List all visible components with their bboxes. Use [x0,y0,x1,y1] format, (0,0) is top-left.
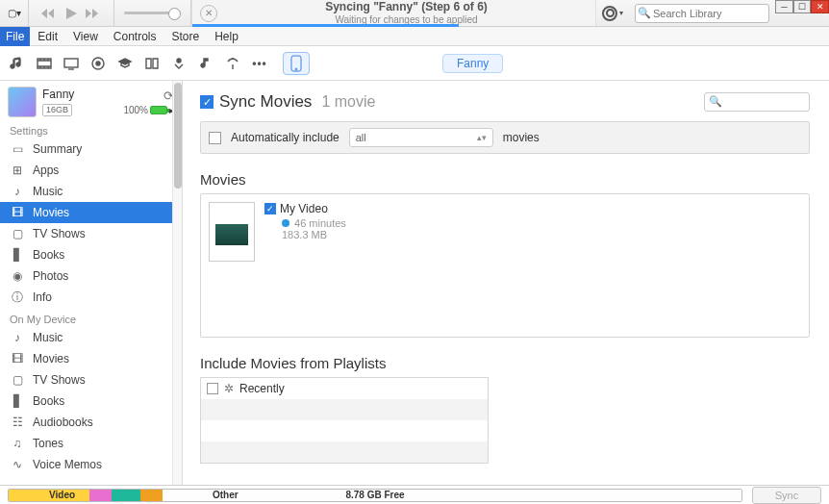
usage-apps-segment [112,490,140,501]
apps-tab-icon[interactable] [169,54,188,73]
sync-movies-count: 1 movie [321,93,375,111]
apps-icon: ⊞ [10,163,25,178]
voicememos-icon: ∿ [10,457,25,472]
sidebar-device-tvshows[interactable]: ▢TV Shows [0,369,182,391]
tv-icon: ▢ [10,226,25,241]
sidebar: Fanny 16GB ⟳ 100%▸ Settings ▭Summary ⊞Ap… [0,81,183,485]
auto-include-select[interactable]: all▴▾ [349,128,493,147]
sidebar-item-photos[interactable]: ◉Photos [0,265,182,287]
window-minimize-button[interactable]: ─ [775,0,793,13]
menu-file[interactable]: File [0,27,30,46]
books-icon: ▋ [10,247,25,263]
tones-tab-icon[interactable] [196,54,215,73]
movie-item[interactable]: My Video 46 minutes 183.3 MB [209,202,801,262]
usage-other-segment [140,490,163,501]
storage-usage-bar: Video Other 8.78 GB Free [8,489,742,502]
account-button[interactable]: ▾ [596,0,629,26]
tv-icon: ▢ [10,372,25,388]
device-thumbnail-icon [8,87,37,117]
device-name: Fanny [42,88,117,101]
menu-controls[interactable]: Controls [106,27,164,46]
usage-free-segment [163,490,741,501]
title-bar: ▢▾ ✕ Syncing "Fanny" (Step 6 of 6) Waiti… [0,0,829,27]
sidebar-device-music[interactable]: ♪Music [0,327,182,348]
svg-point-4 [177,59,181,63]
menu-bar: File Edit View Controls Store Help [0,27,829,46]
sidebar-item-books[interactable]: ▋Books [0,244,182,265]
menu-store[interactable]: Store [164,27,208,46]
play-icon[interactable] [63,6,79,21]
search-library[interactable]: 🔍 [635,4,769,23]
menu-help[interactable]: Help [207,27,246,46]
music-icon: ♪ [10,184,25,199]
status-subtitle: Waiting for changes to be applied [217,14,595,25]
playlist-checkbox[interactable] [207,383,218,394]
sidebar-item-info[interactable]: ⓘInfo [0,287,182,308]
media-toolbar: ••• Fanny [0,46,829,81]
volume-slider[interactable] [114,0,191,26]
sync-movies-checkbox[interactable] [200,95,214,109]
movie-duration: 46 minutes [294,217,346,229]
sidebar-device-tones[interactable]: ♫Tones [0,433,182,454]
prev-track-icon[interactable] [40,7,58,20]
main-panel: Sync Movies 1 movie 🔍 Automatically incl… [183,81,829,485]
sidebar-item-tvshows[interactable]: ▢TV Shows [0,223,182,244]
battery-percent: 100% [123,105,148,115]
sync-movies-label: Sync Movies [219,92,312,112]
sharing-tab-icon[interactable] [223,54,242,73]
movies-search[interactable]: 🔍 [704,92,810,112]
unwatched-dot-icon [282,219,289,227]
cancel-sync-button[interactable]: ✕ [200,5,217,22]
sync-button[interactable]: Sync [752,487,821,504]
playlists-section-title: Include Movies from Playlists [200,355,810,371]
mini-player-dropdown[interactable]: ▢▾ [0,0,29,26]
sidebar-device-movies[interactable]: 🎞Movies [0,348,182,369]
usage-video-label: Video [49,490,75,500]
sync-progress-bar [192,24,459,27]
sidebar-item-apps[interactable]: ⊞Apps [0,160,182,181]
sidebar-section-settings: Settings [0,119,182,139]
movie-thumbnail [209,202,255,262]
audiobooks-icon: ☷ [10,415,25,430]
movie-checkbox[interactable] [264,203,276,214]
sidebar-device-voicememos[interactable]: ∿Voice Memos [0,454,182,475]
movies-list: My Video 46 minutes 183.3 MB [200,193,810,338]
window-close-button[interactable]: ✕ [811,0,829,13]
movie-size: 183.3 MB [282,229,346,240]
music-tab-icon[interactable] [8,54,27,73]
sidebar-device-books[interactable]: ▋Books [0,391,182,412]
podcasts-tab-icon[interactable] [88,54,108,73]
search-library-input[interactable] [635,4,769,23]
window-maximize-button[interactable]: ☐ [793,0,812,13]
device-button[interactable] [283,52,310,75]
sidebar-scrollbar[interactable] [172,81,182,485]
books-tab-icon[interactable] [142,54,162,73]
movies-tab-icon[interactable] [35,54,54,73]
auto-include-checkbox[interactable] [209,132,221,144]
playlist-name: Recently [239,382,285,395]
music-icon: ♪ [10,330,25,345]
status-title: Syncing "Fanny" (Step 6 of 6) [217,1,595,13]
bottom-bar: Video Other 8.78 GB Free Sync [0,485,829,504]
sidebar-device-header[interactable]: Fanny 16GB ⟳ 100%▸ [0,81,182,119]
next-track-icon[interactable] [85,7,102,20]
more-tabs-button[interactable]: ••• [250,54,269,73]
menu-view[interactable]: View [65,27,106,46]
device-capacity: 16GB [42,104,72,116]
tones-icon: ♫ [10,436,25,451]
sidebar-item-music[interactable]: ♪Music [0,181,182,202]
summary-icon: ▭ [10,141,25,157]
movies-section-title: Movies [200,171,810,188]
movies-icon: 🎞 [10,205,25,220]
battery-icon [150,106,167,114]
sync-status: ✕ Syncing "Fanny" (Step 6 of 6) Waiting … [191,0,596,26]
auto-include-row: Automatically include all▴▾ movies [200,121,810,154]
sidebar-device-audiobooks[interactable]: ☷Audiobooks [0,412,182,433]
sidebar-item-movies[interactable]: 🎞Movies [0,202,182,223]
sidebar-item-summary[interactable]: ▭Summary [0,139,182,160]
playlist-item[interactable]: ✲ Recently [201,378,488,399]
itunesu-tab-icon[interactable] [115,54,135,73]
device-name-pill[interactable]: Fanny [442,54,503,73]
menu-edit[interactable]: Edit [30,27,65,46]
tv-tab-icon[interactable] [62,54,81,73]
